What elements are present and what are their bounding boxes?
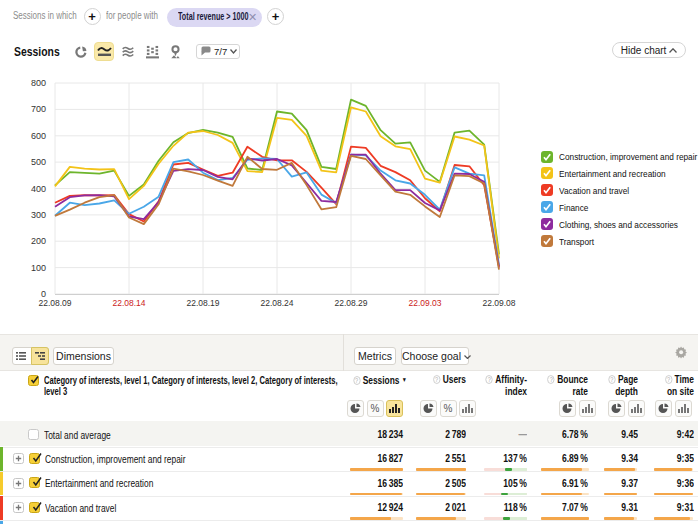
svg-text:22.09.03: 22.09.03 bbox=[408, 298, 441, 308]
svg-text:22.08.29: 22.08.29 bbox=[334, 298, 367, 308]
svg-text:400: 400 bbox=[31, 184, 46, 194]
svg-text:22.08.09: 22.08.09 bbox=[38, 298, 71, 308]
svg-text:100: 100 bbox=[31, 263, 46, 273]
svg-text:300: 300 bbox=[31, 210, 46, 220]
svg-text:22.08.19: 22.08.19 bbox=[186, 298, 219, 308]
svg-text:22.09.08: 22.09.08 bbox=[482, 298, 515, 308]
svg-text:800: 800 bbox=[31, 78, 46, 88]
svg-text:22.08.14: 22.08.14 bbox=[112, 298, 145, 308]
svg-text:500: 500 bbox=[31, 157, 46, 167]
svg-text:700: 700 bbox=[31, 104, 46, 114]
svg-text:600: 600 bbox=[31, 131, 46, 141]
svg-text:200: 200 bbox=[31, 236, 46, 246]
svg-text:22.08.24: 22.08.24 bbox=[260, 298, 293, 308]
